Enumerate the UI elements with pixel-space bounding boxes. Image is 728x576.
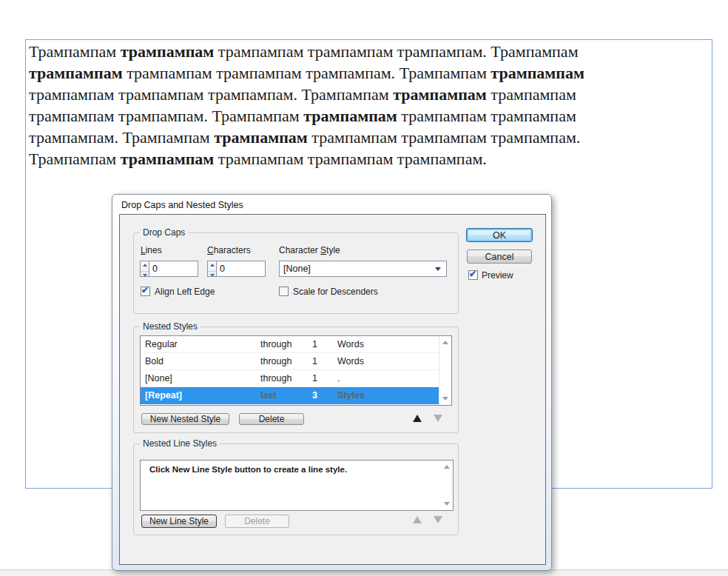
nested-line-styles-legend: Nested Line Styles [140,438,220,449]
nested-styles-list: Regularthrough1WordsBoldthrough1Words[No… [140,335,452,406]
move-up-icon [413,516,422,523]
scale-for-descenders-checkbox[interactable] [279,287,289,296]
nested-styles-list-rows: Regularthrough1WordsBoldthrough1Words[No… [141,336,451,404]
nested-styles-legend: Nested Styles [140,321,200,332]
nested-style-style: Regular [145,336,178,352]
nested-style-unit: Words [337,336,364,352]
lines-stepper-down-icon[interactable] [141,271,149,279]
lines-label: Lines [141,245,162,255]
nested-line-styles-group: Nested Line Styles Click New Line Style … [133,443,459,535]
new-line-style-button[interactable]: New Line Style [141,515,217,528]
dialog-panel: Drop Caps Lines Characters Character Sty… [119,214,546,565]
nested-style-row[interactable]: [Repeat]last3Styles [141,387,439,404]
nested-style-mode: last [260,387,277,403]
characters-stepper-down-icon[interactable] [208,271,216,279]
nested-style-row[interactable]: Boldthrough1Words [141,353,439,370]
lines-field[interactable] [149,261,198,277]
scroll-up-icon [444,465,450,469]
dialog-title[interactable]: Drop Caps and Nested Styles [121,200,243,210]
character-style-label: Character Style [279,245,340,255]
delete-line-style-button: Delete [225,515,289,528]
scale-for-descenders-label: Scale for Descenders [293,287,378,297]
chevron-down-icon [435,267,441,271]
characters-field[interactable] [216,261,266,277]
nested-style-unit: Words [337,353,364,369]
nested-styles-group: Nested Styles Regularthrough1WordsBoldth… [133,326,459,433]
scroll-up-icon[interactable] [442,341,448,344]
nested-style-unit: Styles [337,387,365,403]
nested-line-styles-scrollbar [441,461,453,510]
new-nested-style-button[interactable]: New Nested Style [141,413,229,425]
nested-style-mode: through [260,353,291,369]
nested-style-style: Bold [145,353,164,369]
move-down-icon [434,415,442,422]
preview-checkbox[interactable] [468,270,478,280]
nested-style-row[interactable]: Regularthrough1Words [141,336,439,353]
drop-caps-nested-styles-dialog: Drop Caps and Nested Styles Drop Caps Li… [112,194,552,571]
line-styles-empty-message: Click New Line Style button to create a … [149,465,347,474]
scroll-down-icon[interactable] [442,397,448,401]
ok-button[interactable]: OK [466,228,533,242]
nested-style-row[interactable]: [None]through1. [141,370,439,387]
nested-style-count: 1 [312,370,317,386]
nested-style-count: 1 [312,353,317,369]
nested-styles-scrollbar[interactable] [439,336,451,405]
characters-stepper-up-icon[interactable] [208,264,216,271]
lines-stepper-up-icon[interactable] [141,264,149,271]
align-left-edge-checkbox[interactable] [141,287,150,296]
nested-style-style: [Repeat] [145,387,182,403]
character-style-value: [None] [283,264,311,274]
move-down-icon [434,516,442,523]
cancel-button[interactable]: Cancel [467,250,532,264]
nested-style-mode: through [260,336,291,352]
scroll-down-icon [444,502,450,506]
indesign-canvas: Трампампам трампампам трампампам трампам… [0,0,728,576]
character-style-dropdown[interactable]: [None] [279,261,447,277]
nested-style-count: 3 [312,387,317,403]
nested-style-unit: . [337,370,340,386]
align-left-edge-label: Align Left Edge [155,287,215,297]
document-paragraph: Трампампам трампампам трампампам трампам… [26,40,712,170]
move-up-icon[interactable] [413,415,422,422]
characters-label: Characters [207,245,251,255]
nested-style-style: [None] [145,370,172,386]
nested-line-styles-list: Click New Line Style button to create a … [140,460,454,511]
nested-style-mode: through [260,370,291,386]
drop-caps-group: Drop Caps Lines Characters Character Sty… [133,232,459,314]
delete-nested-style-button[interactable]: Delete [239,413,304,425]
preview-label: Preview [482,270,513,281]
drop-caps-legend: Drop Caps [140,227,188,238]
nested-style-count: 1 [312,336,317,352]
